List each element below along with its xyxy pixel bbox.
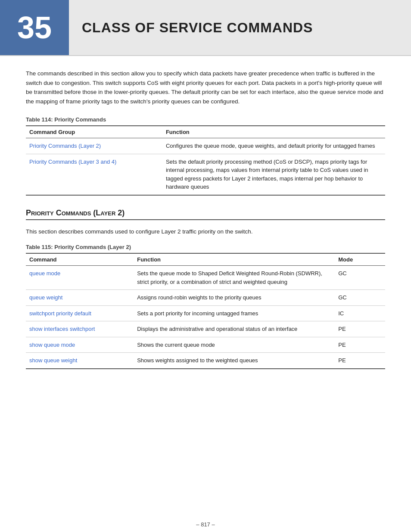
table114-row2-command: Priority Commands (Layer 3 and 4) <box>26 154 162 195</box>
table115-row3-mode: IC <box>335 305 385 321</box>
table-row: switchport priority default Sets a port … <box>26 305 385 321</box>
table115-header: Command Function Mode <box>26 253 385 266</box>
chapter-number: 35 <box>17 10 52 45</box>
content-area: The commands described in this section a… <box>0 56 411 513</box>
table114-col2-header: Function <box>162 126 385 138</box>
table114-body: Priority Commands (Layer 2) Configures t… <box>26 138 385 195</box>
table115-row1-command: queue mode <box>26 266 134 290</box>
table115-row2-function: Assigns round-robin weights to the prior… <box>134 290 335 306</box>
table114-row1-command: Priority Commands (Layer 2) <box>26 138 162 154</box>
table115: Command Function Mode queue mode Sets th… <box>26 253 385 369</box>
table115-row3-function: Sets a port priority for incoming untagg… <box>134 305 335 321</box>
table115-row1-mode: GC <box>335 266 385 290</box>
table-row: show queue weight Shows weights assigned… <box>26 353 385 369</box>
table114-title: Table 114: Priority Commands <box>26 116 385 123</box>
table115-row5-command: show queue mode <box>26 337 134 353</box>
table-row: Priority Commands (Layer 3 and 4) Sets t… <box>26 154 385 195</box>
chapter-number-box: 35 <box>0 0 69 55</box>
section-title-prefix: Priority Commands <box>26 208 91 217</box>
table114-col1-header: Command Group <box>26 126 162 138</box>
table115-title: Table 115: Priority Commands (Layer 2) <box>26 244 385 250</box>
table115-row6-mode: PE <box>335 353 385 369</box>
table-row: Priority Commands (Layer 2) Configures t… <box>26 138 385 154</box>
table115-col2-header: Function <box>134 253 335 266</box>
table115-title-suffix: (Layer 2) <box>108 244 131 250</box>
section-title-suffix: (Layer 2) <box>93 208 125 217</box>
table115-row6-command: show queue weight <box>26 353 134 369</box>
page-number: – 817 – <box>0 513 411 532</box>
show-queue-mode-link[interactable]: show queue mode <box>29 342 75 348</box>
show-queue-weight-link[interactable]: show queue weight <box>29 357 77 364</box>
page: 35 Class of Service Commands The command… <box>0 0 411 532</box>
queue-weight-link[interactable]: queue weight <box>29 294 62 301</box>
table115-row4-command: show interfaces switchport <box>26 321 134 337</box>
table115-col1-header: Command <box>26 253 134 266</box>
table115-row4-function: Displays the administrative and operatio… <box>134 321 335 337</box>
table115-row3-command: switchport priority default <box>26 305 134 321</box>
table-row: queue mode Sets the queue mode to Shaped… <box>26 266 385 290</box>
table115-row1-function: Sets the queue mode to Shaped Deficit We… <box>134 266 335 290</box>
intro-paragraph: The commands described in this section a… <box>26 69 385 106</box>
table114-row2-function: Sets the default priority processing met… <box>162 154 385 195</box>
chapter-title-box: Class of Service Commands <box>69 0 411 55</box>
table115-row5-mode: PE <box>335 337 385 353</box>
table115-col3-header: Mode <box>335 253 385 266</box>
chapter-title: Class of Service Commands <box>82 20 313 36</box>
table115-row4-mode: PE <box>335 321 385 337</box>
table115-row2-command: queue weight <box>26 290 134 306</box>
table114: Command Group Function Priority Commands… <box>26 125 385 196</box>
switchport-priority-default-link[interactable]: switchport priority default <box>29 310 91 317</box>
section-description: This section describes commands used to … <box>26 227 385 236</box>
table115-body: queue mode Sets the queue mode to Shaped… <box>26 266 385 369</box>
priority-commands-layer2-link[interactable]: Priority Commands (Layer 2) <box>29 143 101 149</box>
table114-header: Command Group Function <box>26 126 385 138</box>
queue-mode-link[interactable]: queue mode <box>29 270 60 277</box>
table114-row1-function: Configures the queue mode, queue weights… <box>162 138 385 154</box>
table-row: queue weight Assigns round-robin weights… <box>26 290 385 306</box>
section-heading: Priority Commands (Layer 2) <box>26 208 385 220</box>
table115-row6-function: Shows weights assigned to the weighted q… <box>134 353 335 369</box>
priority-commands-layer34-link[interactable]: Priority Commands (Layer 3 and 4) <box>29 159 116 165</box>
show-interfaces-switchport-link[interactable]: show interfaces switchport <box>29 326 95 332</box>
table-row: show interfaces switchport Displays the … <box>26 321 385 337</box>
table115-row5-function: Shows the current queue mode <box>134 337 335 353</box>
table-row: show queue mode Shows the current queue … <box>26 337 385 353</box>
page-header: 35 Class of Service Commands <box>0 0 411 56</box>
table115-row2-mode: GC <box>335 290 385 306</box>
